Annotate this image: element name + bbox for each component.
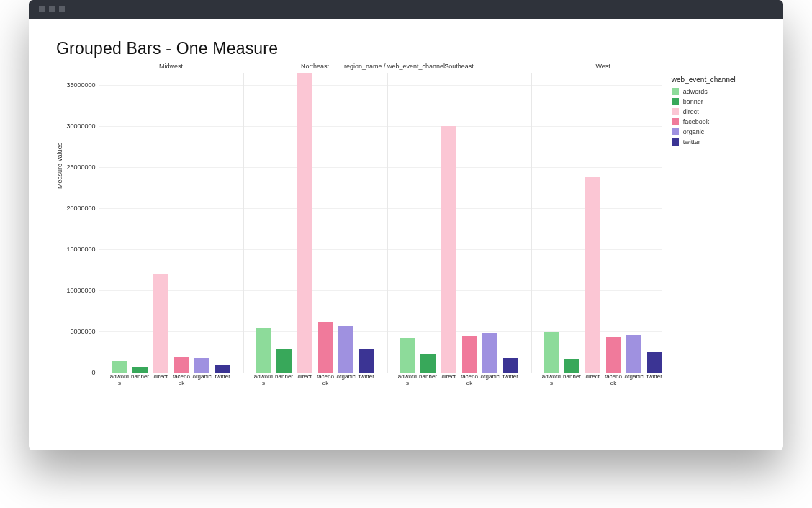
x-tick-label: direct <box>438 374 459 380</box>
facet-label: Midwest <box>99 63 243 70</box>
window-control-dot <box>39 6 45 12</box>
legend-label: twitter <box>683 138 700 146</box>
legend-swatch <box>672 88 679 95</box>
x-tick-label: facebook <box>315 374 336 387</box>
legend-label: adwords <box>683 88 708 95</box>
x-tick-label: adwords <box>109 374 130 387</box>
window-control-dot <box>49 6 55 12</box>
x-tick-label: banner <box>561 374 582 380</box>
window-control-dot <box>59 6 65 12</box>
bar-southeast-facebook[interactable] <box>462 336 477 373</box>
bar-midwest-direct[interactable] <box>153 274 168 373</box>
legend-item-adwords[interactable]: adwords <box>672 88 756 95</box>
legend-swatch <box>672 118 679 125</box>
x-tick-label: facebook <box>459 374 480 387</box>
x-tick-label: facebook <box>171 374 192 387</box>
y-tick-label: 30000000 <box>67 122 96 130</box>
x-tick-label: organic <box>335 374 356 380</box>
bar-midwest-adwords[interactable] <box>112 361 127 373</box>
x-tick-label: adwords <box>397 374 418 387</box>
facet-label: Southeast <box>387 63 531 70</box>
y-tick-label: 15000000 <box>67 246 96 253</box>
legend-item-organic[interactable]: organic <box>672 128 756 135</box>
bar-west-twitter[interactable] <box>647 352 662 373</box>
x-tick-label: organic <box>623 374 644 380</box>
bar-northeast-twitter[interactable] <box>359 349 374 373</box>
plot-area: Midwestadwordsbannerdirectfacebookorgani… <box>99 73 662 373</box>
window-titlebar <box>29 0 783 19</box>
x-tick-label: twitter <box>644 374 665 380</box>
content-area: Grouped Bars - One Measure region_name /… <box>29 19 783 398</box>
x-tick-label: banner <box>418 374 438 380</box>
y-axis: 0500000010000000150000002000000025000000… <box>66 73 99 373</box>
y-tick-label: 35000000 <box>67 81 96 89</box>
legend-title: web_event_channel <box>672 76 756 84</box>
y-axis-label: Measure Values <box>56 73 66 373</box>
bar-northeast-facebook[interactable] <box>318 322 333 373</box>
bar-southeast-direct[interactable] <box>441 126 456 373</box>
x-tick-label: direct <box>150 374 171 380</box>
x-tick-label: organic <box>191 374 212 380</box>
bar-northeast-banner[interactable] <box>276 349 292 373</box>
x-tick-label: twitter <box>500 374 521 380</box>
legend-label: facebook <box>683 118 710 125</box>
legend-item-direct[interactable]: direct <box>672 108 756 115</box>
x-tick-label: direct <box>294 374 315 380</box>
facet-label: West <box>531 63 675 70</box>
legend-swatch <box>672 108 679 115</box>
x-tick-label: adwords <box>253 374 274 387</box>
bar-west-adwords[interactable] <box>544 332 559 373</box>
x-tick-label: adwords <box>541 374 562 387</box>
bar-northeast-adwords[interactable] <box>256 328 271 373</box>
facet-label: Northeast <box>243 63 387 70</box>
bar-southeast-banner[interactable] <box>420 354 436 373</box>
bar-midwest-facebook[interactable] <box>174 357 189 373</box>
bar-west-facebook[interactable] <box>606 337 621 373</box>
legend-item-twitter[interactable]: twitter <box>672 138 756 146</box>
page-title: Grouped Bars - One Measure <box>56 39 756 58</box>
bar-west-direct[interactable] <box>585 177 600 373</box>
x-tick-label: banner <box>130 374 150 380</box>
x-tick-label: direct <box>582 374 603 380</box>
x-tick-label: twitter <box>356 374 377 380</box>
app-window: Grouped Bars - One Measure region_name /… <box>29 0 783 450</box>
bar-midwest-banner[interactable] <box>132 367 148 373</box>
bar-midwest-organic[interactable] <box>194 358 209 373</box>
x-tick-label: banner <box>274 374 294 380</box>
legend-item-banner[interactable]: banner <box>672 98 756 105</box>
bar-southeast-adwords[interactable] <box>400 338 415 373</box>
x-tick-label: organic <box>479 374 500 380</box>
legend-swatch <box>672 128 679 135</box>
y-tick-label: 10000000 <box>67 287 96 294</box>
legend: web_event_channel adwordsbannerdirectfac… <box>662 73 756 373</box>
legend-item-facebook[interactable]: facebook <box>672 118 756 125</box>
y-tick-label: 0 <box>92 369 96 376</box>
x-tick-label: facebook <box>603 374 624 387</box>
legend-label: organic <box>683 128 705 135</box>
y-tick-label: 20000000 <box>67 205 96 212</box>
bar-southeast-twitter[interactable] <box>503 358 518 373</box>
chart: Measure Values 0500000010000000150000002… <box>56 73 756 373</box>
bar-midwest-twitter[interactable] <box>215 365 230 373</box>
bar-west-organic[interactable] <box>626 335 641 373</box>
x-tick-label: twitter <box>212 374 233 380</box>
legend-label: banner <box>683 98 703 105</box>
bar-northeast-direct[interactable] <box>297 73 312 373</box>
legend-swatch <box>672 98 679 105</box>
legend-label: direct <box>683 108 699 115</box>
bar-southeast-organic[interactable] <box>482 333 497 373</box>
legend-swatch <box>672 138 679 146</box>
y-tick-label: 5000000 <box>71 328 96 335</box>
bar-west-banner[interactable] <box>564 359 579 373</box>
bar-northeast-organic[interactable] <box>338 326 353 373</box>
y-tick-label: 25000000 <box>67 164 96 171</box>
